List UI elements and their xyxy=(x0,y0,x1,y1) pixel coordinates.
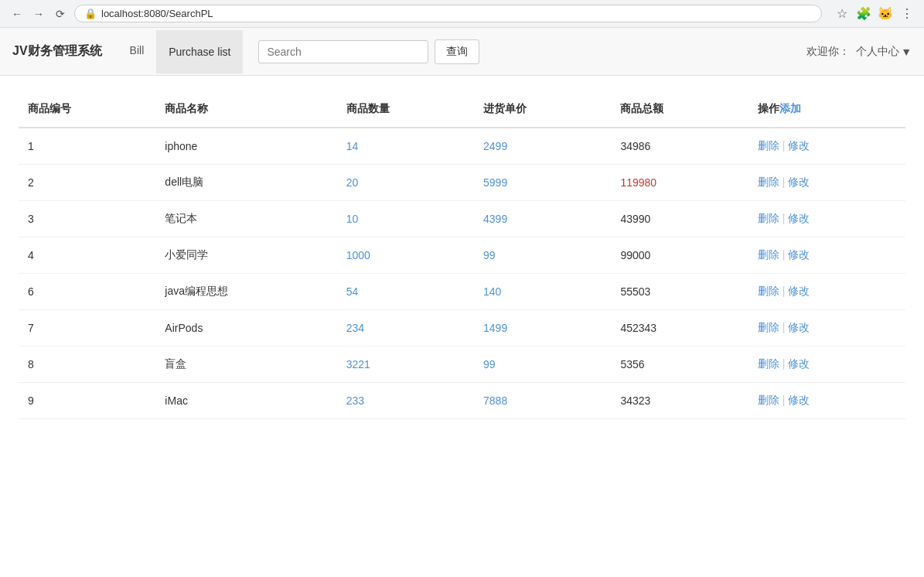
op-separator: | xyxy=(783,248,786,261)
table-row: 9 iMac 233 7888 34323 删除|修改 xyxy=(19,383,905,419)
delete-link-1[interactable]: 删除 xyxy=(758,139,779,152)
table-row: 1 iphone 14 2499 34986 删除|修改 xyxy=(19,128,905,165)
purchase-table: 商品编号 商品名称 商品数量 进货单价 商品总额 操作添加 1 iphone 1… xyxy=(19,91,905,419)
op-separator: | xyxy=(783,321,786,333)
search-input[interactable] xyxy=(258,40,428,63)
table-row: 3 笔记本 10 4399 43990 删除|修改 xyxy=(19,201,905,237)
col-total: 商品总额 xyxy=(611,91,748,128)
cell-qty: 234 xyxy=(337,310,474,347)
tab-bill[interactable]: Bill xyxy=(118,29,157,74)
user-menu-label: 个人中心 xyxy=(856,45,899,59)
reload-button[interactable]: ⟳ xyxy=(53,6,68,22)
op-separator: | xyxy=(783,176,786,188)
cell-unit-price: 99 xyxy=(474,237,611,274)
cell-total: 119980 xyxy=(611,165,748,201)
cell-name: AirPods xyxy=(155,310,336,347)
op-separator: | xyxy=(783,394,786,406)
edit-link-3[interactable]: 修改 xyxy=(788,212,810,224)
puzzle-icon[interactable]: 🧩 xyxy=(856,6,871,22)
ops-label: 操作 xyxy=(758,102,779,114)
cell-total: 43990 xyxy=(611,201,748,237)
op-separator: | xyxy=(783,139,786,152)
add-link[interactable]: 添加 xyxy=(779,102,801,114)
col-name: 商品名称 xyxy=(155,91,336,128)
cell-unit-price: 99 xyxy=(474,347,611,383)
col-unit-price: 进货单价 xyxy=(474,91,611,128)
edit-link-8[interactable]: 修改 xyxy=(788,357,810,370)
menu-icon[interactable]: ⋮ xyxy=(899,6,915,22)
url-bar[interactable]: 🔒 localhost:8080/SearchPL xyxy=(74,5,822,22)
cell-total: 34986 xyxy=(611,128,748,165)
cell-unit-price: 140 xyxy=(474,274,611,310)
cell-qty: 20 xyxy=(337,165,474,201)
edit-link-2[interactable]: 修改 xyxy=(788,176,810,188)
delete-link-3[interactable]: 删除 xyxy=(758,212,779,224)
cell-ops: 删除|修改 xyxy=(748,165,905,201)
cell-qty: 3221 xyxy=(337,347,474,383)
cell-id: 3 xyxy=(19,201,155,237)
cell-unit-price: 4399 xyxy=(474,201,611,237)
url-text: localhost:8080/SearchPL xyxy=(101,8,213,19)
account-icon[interactable]: 🐱 xyxy=(878,6,893,22)
cell-qty: 54 xyxy=(337,274,474,310)
op-separator: | xyxy=(783,285,786,297)
welcome-label: 欢迎你： xyxy=(806,45,850,59)
cell-id: 2 xyxy=(19,165,155,201)
delete-link-4[interactable]: 删除 xyxy=(758,248,779,261)
back-button[interactable]: ← xyxy=(9,6,25,22)
tab-purchase-list[interactable]: Purchase list xyxy=(156,30,243,73)
browser-bar: ← → ⟳ 🔒 localhost:8080/SearchPL ☆ 🧩 🐱 ⋮ xyxy=(0,0,924,28)
cell-ops: 删除|修改 xyxy=(748,347,905,383)
cell-id: 4 xyxy=(19,237,155,274)
cell-total: 452343 xyxy=(611,310,748,347)
forward-button[interactable]: → xyxy=(31,6,46,22)
cell-name: iphone xyxy=(155,128,336,165)
edit-link-9[interactable]: 修改 xyxy=(788,394,810,406)
delete-link-9[interactable]: 删除 xyxy=(758,394,779,406)
search-button[interactable]: 查询 xyxy=(435,39,479,64)
cell-ops: 删除|修改 xyxy=(748,201,905,237)
op-separator: | xyxy=(783,357,786,370)
col-qty: 商品数量 xyxy=(337,91,474,128)
browser-icons: ☆ 🧩 🐱 ⋮ xyxy=(834,6,915,22)
delete-link-8[interactable]: 删除 xyxy=(758,357,779,370)
table-row: 2 dell电脑 20 5999 119980 删除|修改 xyxy=(19,165,905,201)
cell-qty: 14 xyxy=(337,128,474,165)
cell-ops: 删除|修改 xyxy=(748,128,905,165)
cell-id: 1 xyxy=(19,128,155,165)
main-content: 商品编号 商品名称 商品数量 进货单价 商品总额 操作添加 1 iphone 1… xyxy=(0,76,924,435)
search-area: 查询 xyxy=(258,39,479,64)
table-row: 8 盲盒 3221 99 5356 删除|修改 xyxy=(19,347,905,383)
cell-name: iMac xyxy=(155,383,336,419)
edit-link-4[interactable]: 修改 xyxy=(788,248,810,261)
cell-id: 8 xyxy=(19,347,155,383)
cell-name: java编程思想 xyxy=(155,274,336,310)
cell-name: 笔记本 xyxy=(155,201,336,237)
cell-unit-price: 7888 xyxy=(474,383,611,419)
table-header-row: 商品编号 商品名称 商品数量 进货单价 商品总额 操作添加 xyxy=(19,91,905,128)
edit-link-1[interactable]: 修改 xyxy=(788,139,810,152)
delete-link-7[interactable]: 删除 xyxy=(758,321,779,333)
col-ops: 操作添加 xyxy=(748,91,905,128)
cell-id: 7 xyxy=(19,310,155,347)
navbar-right: 欢迎你： 个人中心 ▼ xyxy=(806,45,912,59)
edit-link-6[interactable]: 修改 xyxy=(788,285,810,297)
star-icon[interactable]: ☆ xyxy=(834,6,850,22)
cell-name: dell电脑 xyxy=(155,165,336,201)
delete-link-2[interactable]: 删除 xyxy=(758,176,779,188)
delete-link-6[interactable]: 删除 xyxy=(758,285,779,297)
cell-ops: 删除|修改 xyxy=(748,310,905,347)
user-menu[interactable]: 个人中心 ▼ xyxy=(856,45,912,59)
cell-unit-price: 5999 xyxy=(474,165,611,201)
cell-total: 34323 xyxy=(611,383,748,419)
table-row: 4 小爱同学 1000 99 99000 删除|修改 xyxy=(19,237,905,274)
cell-unit-price: 1499 xyxy=(474,310,611,347)
edit-link-7[interactable]: 修改 xyxy=(788,321,810,333)
navbar: JV财务管理系统 Bill Purchase list 查询 欢迎你： 个人中心… xyxy=(0,28,924,76)
cell-id: 6 xyxy=(19,274,155,310)
table-row: 6 java编程思想 54 140 55503 删除|修改 xyxy=(19,274,905,310)
cell-qty: 10 xyxy=(337,201,474,237)
cell-ops: 删除|修改 xyxy=(748,274,905,310)
col-id: 商品编号 xyxy=(19,91,155,128)
chevron-down-icon: ▼ xyxy=(901,46,912,58)
